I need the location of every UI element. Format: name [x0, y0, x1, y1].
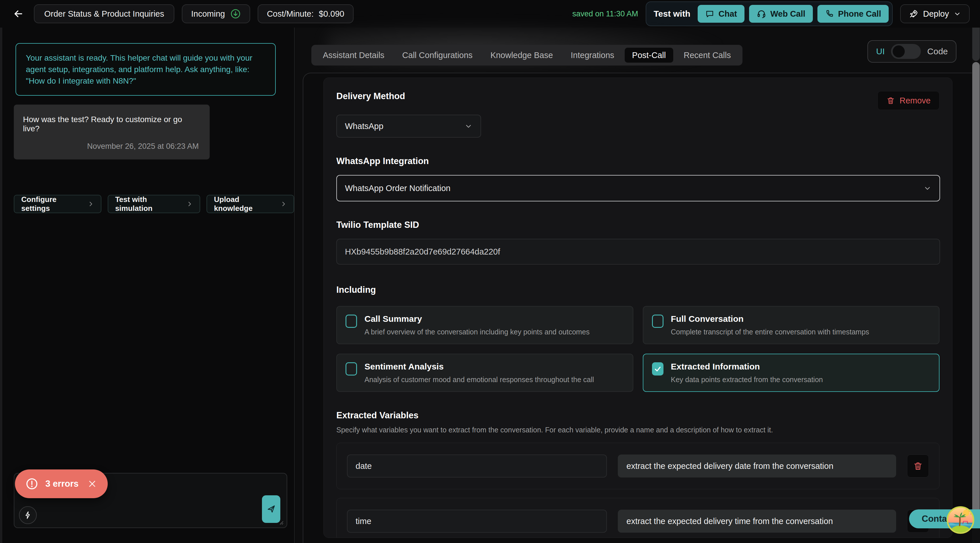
option-description: Complete transcript of the entire conver…: [671, 328, 869, 336]
deploy-button[interactable]: Deploy: [900, 4, 970, 23]
twilio-template-sid-heading: Twilio Template SID: [336, 220, 940, 230]
lightning-bolt-icon: [24, 511, 32, 519]
chevron-down-icon: [923, 184, 931, 192]
assistant-title-chip[interactable]: Order Status & Product Inquiries: [34, 4, 174, 23]
quick-action-label: Configure settings: [21, 195, 83, 213]
option-description: A brief overview of the conversation inc…: [364, 328, 590, 336]
including-options-grid: Call Summary A brief overview of the con…: [336, 306, 940, 392]
delivery-method-header: Delivery Method Remove: [336, 91, 940, 110]
close-icon[interactable]: [87, 479, 97, 489]
phone-icon: [825, 9, 834, 18]
whatsapp-integration-value: WhatsApp Order Notification: [345, 183, 450, 193]
variable-description-input[interactable]: extract the expected delivery time from …: [618, 510, 896, 533]
option-title: Full Conversation: [671, 314, 869, 324]
trash-icon: [886, 96, 895, 105]
full-conversation-checkbox[interactable]: [652, 315, 663, 328]
post-call-card: Delivery Method Remove WhatsApp WhatsApp…: [323, 78, 953, 538]
web-call-button-label: Web Call: [770, 9, 805, 19]
option-extracted-information[interactable]: Extracted Information Key data points ex…: [643, 354, 940, 392]
option-sentiment-analysis[interactable]: Sentiment Analysis Analysis of customer …: [336, 354, 633, 392]
cost-value: $0.090: [319, 9, 344, 19]
headset-icon: [757, 9, 766, 19]
resize-handle[interactable]: [277, 518, 284, 526]
app-root: Order Status & Product Inquiries Incomin…: [0, 0, 980, 543]
tropical-island-avatar[interactable]: [947, 506, 974, 534]
delivery-method-value: WhatsApp: [345, 121, 383, 131]
option-title: Extracted Information: [671, 362, 823, 371]
call-summary-checkbox[interactable]: [345, 315, 357, 328]
variable-description-input[interactable]: extract the expected delivery date from …: [618, 454, 896, 478]
tab-recent-calls[interactable]: Recent Calls: [676, 48, 738, 63]
back-button[interactable]: [10, 6, 26, 22]
configure-settings-button[interactable]: Configure settings: [14, 195, 102, 213]
ui-toggle-label[interactable]: UI: [876, 46, 885, 56]
option-title: Call Summary: [364, 314, 590, 324]
saved-status: saved on 11:30 AM: [573, 10, 638, 18]
delivery-method-select[interactable]: WhatsApp: [336, 115, 481, 138]
sentiment-analysis-checkbox[interactable]: [345, 362, 357, 376]
chevron-right-icon: [186, 201, 193, 207]
ui-code-toggle: UI Code: [867, 40, 956, 63]
test-with-simulation-button[interactable]: Test with simulation: [108, 195, 200, 213]
assistant-tabs: Assistant Details Call Configurations Kn…: [311, 45, 743, 65]
whatsapp-integration-select[interactable]: WhatsApp Order Notification: [336, 175, 940, 201]
tab-assistant-details[interactable]: Assistant Details: [315, 48, 392, 63]
phone-call-button-label: Phone Call: [838, 9, 881, 19]
cost-per-minute-chip: Cost/Minute: $0.090: [258, 4, 353, 23]
assistant-message-bubble: How was the test? Ready to customize or …: [14, 105, 210, 159]
tab-call-configurations[interactable]: Call Configurations: [395, 48, 480, 63]
scrollbar-track-upper: [972, 27, 980, 61]
errors-badge[interactable]: 3 errors: [15, 470, 108, 498]
switch-knob: [892, 45, 905, 57]
incoming-dropdown[interactable]: Incoming: [182, 4, 250, 23]
variable-row: extract the expected delivery date from …: [336, 443, 940, 489]
tab-knowledge-base[interactable]: Knowledge Base: [483, 48, 560, 63]
test-with-group: Test with Chat Web Call Phone Call: [646, 2, 892, 26]
twilio-template-sid-input[interactable]: [336, 239, 940, 264]
phone-call-button[interactable]: Phone Call: [818, 5, 889, 23]
test-with-label: Test with: [654, 9, 690, 19]
code-toggle-label[interactable]: Code: [927, 46, 948, 56]
option-title: Sentiment Analysis: [364, 362, 594, 371]
chevron-right-icon: [88, 201, 94, 207]
helper-chat-sidebar: Your assistant is ready. This helper cha…: [0, 27, 295, 543]
option-call-summary[interactable]: Call Summary A brief overview of the con…: [336, 306, 633, 344]
remove-button-label: Remove: [900, 96, 931, 105]
paper-plane-icon: [266, 504, 276, 514]
chevron-down-icon: [954, 10, 961, 18]
alert-circle-icon: [25, 477, 38, 490]
extracted-information-checkbox[interactable]: [652, 362, 663, 376]
post-call-panel: Delivery Method Remove WhatsApp WhatsApp…: [303, 73, 980, 543]
variable-name-input[interactable]: [347, 510, 607, 533]
remove-delivery-method-button[interactable]: Remove: [877, 91, 940, 110]
chat-button[interactable]: Chat: [698, 5, 744, 23]
chat-button-label: Chat: [718, 9, 737, 19]
speech-bubble-icon: [705, 9, 714, 18]
delete-variable-button[interactable]: [907, 454, 929, 478]
web-call-button[interactable]: Web Call: [749, 5, 813, 23]
option-full-conversation[interactable]: Full Conversation Complete transcript of…: [643, 306, 940, 344]
upload-knowledge-button[interactable]: Upload knowledge: [207, 195, 294, 213]
quick-prompt-button[interactable]: [19, 506, 37, 524]
option-description: Key data points extracted from the conve…: [671, 376, 823, 384]
quick-action-label: Test with simulation: [115, 195, 182, 213]
variable-row: extract the expected delivery time from …: [336, 498, 940, 538]
tab-integrations[interactable]: Integrations: [563, 48, 622, 63]
ui-code-switch[interactable]: [891, 44, 921, 59]
arrow-left-icon: [13, 8, 24, 19]
incoming-label: Incoming: [191, 9, 225, 19]
deploy-button-label: Deploy: [923, 9, 949, 19]
cost-label: Cost/Minute:: [267, 9, 313, 19]
main-area: Assistant Details Call Configurations Kn…: [295, 27, 980, 543]
chevron-down-icon: [465, 122, 473, 130]
variable-name-input[interactable]: [347, 454, 607, 478]
top-bar: Order Status & Product Inquiries Incomin…: [0, 0, 980, 27]
including-heading: Including: [336, 285, 940, 295]
assistant-message-text: How was the test? Ready to customize or …: [23, 115, 199, 133]
whatsapp-integration-heading: WhatsApp Integration: [336, 156, 940, 166]
scrollbar-thumb[interactable]: [972, 62, 980, 516]
quick-action-label: Upload knowledge: [214, 195, 276, 213]
tab-post-call[interactable]: Post-Call: [625, 48, 673, 63]
errors-badge-label: 3 errors: [45, 479, 78, 489]
circle-arrow-down-icon: [230, 8, 241, 19]
